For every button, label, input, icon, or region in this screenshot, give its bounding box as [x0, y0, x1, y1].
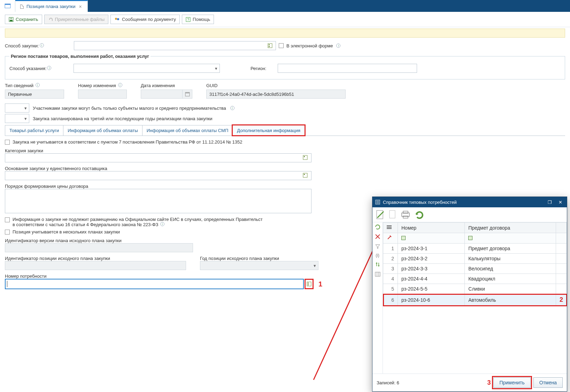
tab-close-icon[interactable]: × [78, 4, 82, 9]
help-button[interactable]: ? Помощь [182, 15, 214, 24]
info-icon[interactable]: i [118, 83, 122, 87]
refresh-icon[interactable] [414, 210, 425, 219]
price-order-textarea[interactable] [5, 189, 311, 213]
info-icon[interactable]: i [230, 106, 234, 110]
info-type-label: Тип сведений i [5, 83, 64, 88]
subtab-strip: Товары\ работы\ услуги Информация об объ… [5, 125, 565, 136]
filter-pin-cell[interactable] [383, 233, 398, 244]
columns-icon[interactable] [375, 271, 381, 277]
chk-eis[interactable] [5, 217, 10, 222]
help-icon: ? [186, 17, 191, 22]
table-row-selected[interactable]: 6 рз-2024-10-6 Автомобиль 2 [383, 294, 567, 306]
chk-1352-label: Закупка не учитывается в соответствии с … [13, 139, 242, 145]
filter-subject-cell[interactable] [465, 233, 556, 244]
change-date-field[interactable] [141, 90, 192, 99]
info-small-icon[interactable]: (i) [376, 253, 379, 258]
info-icon[interactable]: i [40, 43, 44, 47]
col-number-header[interactable]: Номер [398, 223, 465, 233]
purchase-method-input[interactable] [74, 41, 276, 50]
dialog-toolbar [372, 207, 567, 222]
year-pos-select[interactable]: ▾ [200, 261, 318, 270]
callout-1: 1 [318, 280, 322, 288]
sort-icon[interactable] [375, 261, 381, 268]
info-icon[interactable]: i [47, 66, 51, 70]
electronic-form-checkbox[interactable] [279, 43, 284, 48]
lookup-icon[interactable] [301, 155, 309, 161]
close-icon[interactable]: ✕ [556, 200, 564, 205]
table-row[interactable]: 3 рз-2024-3-3 Велосипед [383, 264, 567, 274]
col-subject-header[interactable]: Предмет договора [465, 223, 556, 233]
subtab-payment-smp[interactable]: Информация об объемах оплаты СМП [142, 125, 233, 136]
home-tab[interactable] [0, 0, 15, 12]
chk-multi-plans[interactable] [5, 230, 10, 235]
info-icon[interactable]: i [336, 44, 340, 48]
info-icon[interactable]: i [36, 83, 40, 87]
cancel-button[interactable]: Отмена [533, 377, 563, 388]
svg-rect-13 [185, 92, 190, 93]
filter-icon[interactable] [375, 243, 381, 249]
multi-plans-label: Позиция учитывается в нескольких планах … [13, 229, 120, 235]
svg-rect-17 [304, 174, 305, 175]
year-pos-label: Год позиции исходного плана закупки [200, 256, 318, 261]
metadata-row: Тип сведений i Первичные Номер изменения… [5, 83, 565, 99]
svg-rect-14 [303, 155, 307, 160]
smb-dropdown[interactable]: ▾ [5, 103, 29, 113]
table-row[interactable]: 5 рз-2024-5-5 Сливки [383, 284, 567, 294]
attachments-button[interactable]: Прикрепленные файлы [44, 15, 109, 24]
change-no-label: Номер изменения i [78, 83, 127, 88]
maximize-icon[interactable]: ❐ [546, 200, 554, 205]
paperclip-icon [48, 17, 53, 22]
messages-button[interactable]: Сообщения по документу [110, 15, 180, 24]
save-label: Сохранить [16, 17, 38, 22]
filter-number-cell[interactable] [398, 233, 465, 244]
table-row[interactable]: 2 рз-2024-3-2 Калькуляторы [383, 254, 567, 264]
filter-icon [468, 236, 472, 240]
svg-rect-10 [269, 44, 270, 45]
planned-dropdown[interactable]: ▾ [5, 114, 29, 123]
pos-id-label: Идентификатор позиции исходного плана за… [5, 256, 186, 261]
col-menu[interactable] [383, 223, 398, 233]
svg-rect-18 [307, 282, 311, 286]
ver-id-value [5, 243, 193, 252]
need-no-lookup-button[interactable] [305, 279, 314, 289]
change-no-value [78, 90, 127, 99]
basis-input[interactable] [5, 171, 311, 180]
save-button[interactable]: Сохранить [5, 15, 42, 24]
subtab-additional-info[interactable]: Дополнительная информация [232, 125, 305, 136]
print-icon[interactable] [400, 210, 411, 219]
basis-label: Основание закупки у единственного постав… [5, 166, 565, 171]
dialog-side-toolbar: (i) [372, 222, 383, 374]
subtab-payment-info[interactable]: Информация об объемах оплаты [63, 125, 142, 136]
eis-text1: Информация о закупке не подлежит размеще… [13, 217, 263, 222]
new-doc-icon[interactable] [388, 209, 397, 220]
guid-label: GUID [206, 83, 346, 88]
refresh-small-icon[interactable] [375, 224, 381, 230]
purchase-method-label: Способ закупки:i [5, 43, 71, 48]
edit-doc-icon[interactable] [375, 209, 385, 220]
tab-plan-position[interactable]: Позиция плана закупки × [15, 0, 88, 12]
table-row[interactable]: 4 рз-2024-4-4 Квадроцикл [383, 274, 567, 284]
need-no-input[interactable] [5, 279, 304, 289]
apply-button[interactable]: Применить [493, 377, 530, 388]
dialog-footer: Записей: 6 3 Применить Отмена [372, 374, 567, 391]
electronic-form-label: В электронной форме [286, 43, 333, 48]
info-icon[interactable]: i [160, 222, 164, 226]
clear-filter-icon[interactable] [375, 233, 381, 240]
category-input[interactable] [5, 153, 311, 162]
svg-rect-19 [308, 283, 309, 284]
lookup-icon[interactable] [301, 173, 309, 179]
calendar-icon[interactable] [183, 90, 192, 99]
filter-icon [401, 236, 406, 240]
col-spacer [556, 223, 567, 233]
change-date-label: Дата изменения [141, 83, 192, 88]
subtab-goods[interactable]: Товары\ работы\ услуги [5, 125, 63, 136]
spec-method-select[interactable]: ▾ [74, 64, 220, 73]
lookup-icon[interactable] [267, 42, 274, 49]
dialog-titlebar[interactable]: Справочник типовых потребностей ❐ ✕ [372, 197, 567, 207]
window-icon [5, 3, 11, 8]
region-input[interactable] [278, 64, 417, 73]
chk-1352[interactable] [5, 140, 10, 145]
table-row[interactable]: 1 рз-2024-3-1 Предмет договора [383, 244, 567, 254]
svg-rect-16 [303, 173, 307, 177]
text-cursor [7, 281, 7, 287]
